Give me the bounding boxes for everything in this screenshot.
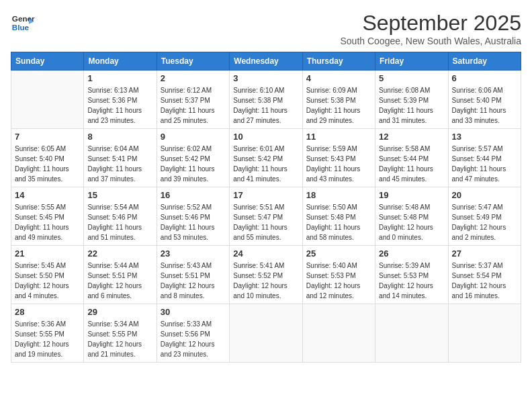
calendar-cell <box>230 304 302 363</box>
location-subtitle: South Coogee, New South Wales, Australia <box>340 36 521 46</box>
day-info: Sunrise: 6:09 AMSunset: 5:38 PMDaylight:… <box>306 85 371 126</box>
day-number: 10 <box>233 132 298 142</box>
day-info: Sunrise: 6:10 AMSunset: 5:38 PMDaylight:… <box>233 85 298 126</box>
calendar-cell: 29Sunrise: 5:34 AMSunset: 5:55 PMDayligh… <box>84 304 157 363</box>
svg-text:Blue: Blue <box>12 23 30 32</box>
calendar-cell: 19Sunrise: 5:48 AMSunset: 5:48 PMDayligh… <box>375 187 448 246</box>
calendar-cell: 23Sunrise: 5:43 AMSunset: 5:51 PMDayligh… <box>157 246 229 304</box>
day-info: Sunrise: 6:01 AMSunset: 5:42 PMDaylight:… <box>233 144 298 184</box>
weekday-header-saturday: Saturday <box>448 52 521 71</box>
day-info: Sunrise: 6:08 AMSunset: 5:39 PMDaylight:… <box>379 85 444 126</box>
weekday-header-sunday: Sunday <box>11 52 84 71</box>
day-number: 13 <box>452 132 517 142</box>
day-number: 21 <box>15 248 80 259</box>
day-number: 1 <box>87 73 152 83</box>
calendar-cell: 5Sunrise: 6:08 AMSunset: 5:39 PMDaylight… <box>375 71 448 129</box>
month-title: September 2025 <box>340 11 521 36</box>
day-info: Sunrise: 5:33 AMSunset: 5:56 PMDaylight:… <box>161 319 226 359</box>
week-row-1: 1Sunrise: 6:13 AMSunset: 5:36 PMDaylight… <box>11 71 521 129</box>
day-info: Sunrise: 5:50 AMSunset: 5:48 PMDaylight:… <box>306 202 371 242</box>
day-info: Sunrise: 5:52 AMSunset: 5:46 PMDaylight:… <box>161 202 226 242</box>
day-info: Sunrise: 5:59 AMSunset: 5:43 PMDaylight:… <box>306 144 371 184</box>
day-number: 14 <box>15 190 80 200</box>
day-number: 2 <box>161 73 226 83</box>
calendar-cell: 13Sunrise: 5:57 AMSunset: 5:44 PMDayligh… <box>448 129 521 187</box>
day-number: 8 <box>87 132 152 142</box>
weekday-header-tuesday: Tuesday <box>157 52 229 71</box>
calendar-cell: 15Sunrise: 5:54 AMSunset: 5:46 PMDayligh… <box>84 187 157 246</box>
calendar-cell: 20Sunrise: 5:47 AMSunset: 5:49 PMDayligh… <box>448 187 521 246</box>
calendar-cell: 4Sunrise: 6:09 AMSunset: 5:38 PMDaylight… <box>302 71 375 129</box>
title-block: September 2025 South Coogee, New South W… <box>340 11 521 46</box>
weekday-header-monday: Monday <box>84 52 157 71</box>
day-info: Sunrise: 5:36 AMSunset: 5:55 PMDaylight:… <box>15 319 80 359</box>
day-info: Sunrise: 5:41 AMSunset: 5:52 PMDaylight:… <box>233 261 298 301</box>
day-info: Sunrise: 5:45 AMSunset: 5:50 PMDaylight:… <box>15 261 80 301</box>
day-info: Sunrise: 5:39 AMSunset: 5:53 PMDaylight:… <box>379 261 444 301</box>
day-number: 5 <box>379 73 444 83</box>
calendar-cell: 18Sunrise: 5:50 AMSunset: 5:48 PMDayligh… <box>302 187 375 246</box>
weekday-header-friday: Friday <box>375 52 448 71</box>
day-info: Sunrise: 5:58 AMSunset: 5:44 PMDaylight:… <box>379 144 444 184</box>
day-number: 29 <box>87 307 152 317</box>
calendar-cell: 24Sunrise: 5:41 AMSunset: 5:52 PMDayligh… <box>230 246 302 304</box>
week-row-3: 14Sunrise: 5:55 AMSunset: 5:45 PMDayligh… <box>11 187 521 246</box>
day-info: Sunrise: 6:12 AMSunset: 5:37 PMDaylight:… <box>161 85 226 126</box>
logo: General Blue <box>11 11 35 35</box>
calendar-cell <box>448 304 521 363</box>
calendar-cell: 27Sunrise: 5:37 AMSunset: 5:54 PMDayligh… <box>448 246 521 304</box>
day-number: 11 <box>306 132 371 142</box>
day-number: 15 <box>87 190 152 200</box>
day-info: Sunrise: 5:55 AMSunset: 5:45 PMDaylight:… <box>15 202 80 242</box>
week-row-2: 7Sunrise: 6:05 AMSunset: 5:40 PMDaylight… <box>11 129 521 187</box>
calendar-cell: 30Sunrise: 5:33 AMSunset: 5:56 PMDayligh… <box>157 304 229 363</box>
day-number: 25 <box>306 248 371 259</box>
day-number: 7 <box>15 132 80 142</box>
day-number: 4 <box>306 73 371 83</box>
calendar-cell: 8Sunrise: 6:04 AMSunset: 5:41 PMDaylight… <box>84 129 157 187</box>
logo-icon: General Blue <box>11 11 35 35</box>
calendar-cell: 14Sunrise: 5:55 AMSunset: 5:45 PMDayligh… <box>11 187 84 246</box>
calendar-cell: 22Sunrise: 5:44 AMSunset: 5:51 PMDayligh… <box>84 246 157 304</box>
day-info: Sunrise: 5:34 AMSunset: 5:55 PMDaylight:… <box>87 319 152 359</box>
weekday-header-wednesday: Wednesday <box>230 52 302 71</box>
calendar-cell: 16Sunrise: 5:52 AMSunset: 5:46 PMDayligh… <box>157 187 229 246</box>
calendar-cell <box>11 71 84 129</box>
calendar-cell: 26Sunrise: 5:39 AMSunset: 5:53 PMDayligh… <box>375 246 448 304</box>
calendar-cell <box>302 304 375 363</box>
day-info: Sunrise: 6:13 AMSunset: 5:36 PMDaylight:… <box>87 85 152 126</box>
day-info: Sunrise: 5:43 AMSunset: 5:51 PMDaylight:… <box>161 261 226 301</box>
day-info: Sunrise: 5:37 AMSunset: 5:54 PMDaylight:… <box>452 261 517 301</box>
calendar-cell: 12Sunrise: 5:58 AMSunset: 5:44 PMDayligh… <box>375 129 448 187</box>
calendar-cell: 11Sunrise: 5:59 AMSunset: 5:43 PMDayligh… <box>302 129 375 187</box>
calendar-cell: 21Sunrise: 5:45 AMSunset: 5:50 PMDayligh… <box>11 246 84 304</box>
day-info: Sunrise: 6:06 AMSunset: 5:40 PMDaylight:… <box>452 85 517 126</box>
day-info: Sunrise: 5:57 AMSunset: 5:44 PMDaylight:… <box>452 144 517 184</box>
day-info: Sunrise: 5:54 AMSunset: 5:46 PMDaylight:… <box>87 202 152 242</box>
weekday-header-thursday: Thursday <box>302 52 375 71</box>
day-number: 18 <box>306 190 371 200</box>
calendar-cell: 3Sunrise: 6:10 AMSunset: 5:38 PMDaylight… <box>230 71 302 129</box>
day-info: Sunrise: 5:51 AMSunset: 5:47 PMDaylight:… <box>233 202 298 242</box>
calendar-cell: 7Sunrise: 6:05 AMSunset: 5:40 PMDaylight… <box>11 129 84 187</box>
calendar-cell: 1Sunrise: 6:13 AMSunset: 5:36 PMDaylight… <box>84 71 157 129</box>
week-row-5: 28Sunrise: 5:36 AMSunset: 5:55 PMDayligh… <box>11 304 521 363</box>
calendar-cell: 10Sunrise: 6:01 AMSunset: 5:42 PMDayligh… <box>230 129 302 187</box>
day-number: 23 <box>161 248 226 259</box>
calendar-cell: 6Sunrise: 6:06 AMSunset: 5:40 PMDaylight… <box>448 71 521 129</box>
day-info: Sunrise: 5:48 AMSunset: 5:48 PMDaylight:… <box>379 202 444 242</box>
day-number: 30 <box>161 307 226 317</box>
day-number: 26 <box>379 248 444 259</box>
day-info: Sunrise: 5:40 AMSunset: 5:53 PMDaylight:… <box>306 261 371 301</box>
day-info: Sunrise: 6:02 AMSunset: 5:42 PMDaylight:… <box>161 144 226 184</box>
day-number: 28 <box>15 307 80 317</box>
calendar-cell: 25Sunrise: 5:40 AMSunset: 5:53 PMDayligh… <box>302 246 375 304</box>
calendar-cell: 28Sunrise: 5:36 AMSunset: 5:55 PMDayligh… <box>11 304 84 363</box>
weekday-header-row: SundayMondayTuesdayWednesdayThursdayFrid… <box>11 52 521 71</box>
day-info: Sunrise: 5:44 AMSunset: 5:51 PMDaylight:… <box>87 261 152 301</box>
day-info: Sunrise: 6:04 AMSunset: 5:41 PMDaylight:… <box>87 144 152 184</box>
day-number: 9 <box>161 132 226 142</box>
day-number: 19 <box>379 190 444 200</box>
calendar-cell <box>375 304 448 363</box>
day-number: 20 <box>452 190 517 200</box>
